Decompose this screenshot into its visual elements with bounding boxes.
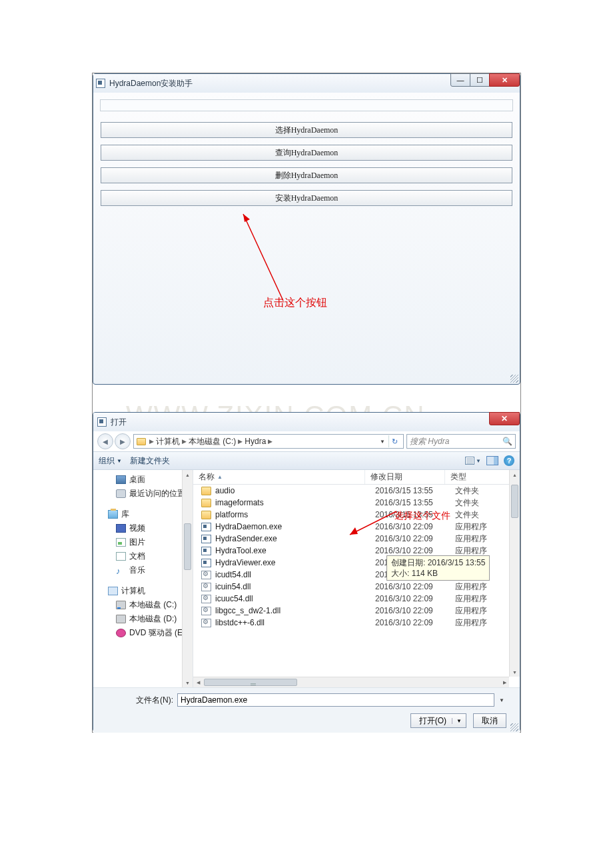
- new-folder-button[interactable]: 新建文件夹: [130, 455, 170, 467]
- exe-icon: [201, 523, 211, 531]
- file-list-pane: 名称▲ 修改日期 类型 audio2016/3/15 13:55文件夹image…: [193, 470, 520, 687]
- scroll-left-icon[interactable]: ◀: [193, 677, 203, 687]
- resize-grip-icon[interactable]: [510, 375, 518, 383]
- address-bar[interactable]: ▶ 计算机 ▶ 本地磁盘 (C:) ▶ Hydra ▶ ▼ ↻: [133, 434, 404, 449]
- file-type: 应用程序: [455, 521, 487, 533]
- sidebar-item-pictures[interactable]: 图片: [93, 535, 193, 549]
- install-hydradaemon-button[interactable]: 安装HydraDaemon: [101, 190, 512, 206]
- search-placeholder: 搜索 Hydra: [410, 436, 449, 447]
- sidebar-item-documents[interactable]: 文档: [93, 549, 193, 563]
- file-row[interactable]: HydraDaemon.exe2016/3/10 22:09应用程序: [193, 521, 520, 533]
- search-input[interactable]: 搜索 Hydra 🔍: [406, 434, 516, 449]
- sidebar-scrollbar[interactable]: ▲ ▼: [182, 470, 193, 687]
- close-button[interactable]: ✕: [489, 412, 520, 425]
- view-button[interactable]: ▼: [465, 457, 481, 465]
- scroll-thumb[interactable]: [204, 679, 297, 686]
- minimize-button[interactable]: —: [450, 73, 470, 87]
- scroll-up-icon[interactable]: ▲: [510, 470, 520, 479]
- file-date: 2016/3/10 22:09: [375, 606, 455, 615]
- file-name: imageformats: [215, 498, 375, 507]
- folder-icon: [201, 511, 211, 519]
- file-type: 应用程序: [455, 545, 487, 557]
- navigation-bar: ◄ ► ▶ 计算机 ▶ 本地磁盘 (C:) ▶ Hydra ▶ ▼ ↻ 搜索 H…: [93, 431, 520, 451]
- sidebar-item-video[interactable]: 视频: [93, 521, 193, 535]
- file-row[interactable]: imageformats2016/3/15 13:55文件夹: [193, 497, 520, 509]
- sidebar-item-recent[interactable]: 最近访问的位置: [93, 487, 193, 501]
- select-hydradaemon-button[interactable]: 选择HydraDaemon: [101, 122, 512, 138]
- computer-icon: [108, 587, 118, 595]
- open-dialog-titlebar[interactable]: 打开 ✕: [93, 413, 520, 431]
- file-tooltip: 创建日期: 2016/3/15 13:55 大小: 114 KB: [386, 555, 490, 581]
- filename-dropdown-icon[interactable]: ▼: [497, 694, 506, 706]
- resize-grip-icon[interactable]: [510, 723, 518, 731]
- search-icon: 🔍: [502, 437, 512, 446]
- sidebar-item-computer[interactable]: 计算机: [93, 584, 193, 598]
- toolbar: 组织▼ 新建文件夹 ▼ ?: [93, 451, 520, 470]
- file-name: libstdc++-6.dll: [215, 618, 375, 627]
- breadcrumb-sep-icon: ▶: [182, 438, 187, 445]
- breadcrumb-disk-c[interactable]: 本地磁盘 (C:): [189, 436, 236, 447]
- file-row[interactable]: icuin54.dll2016/3/10 22:09应用程序: [193, 581, 520, 593]
- file-row[interactable]: icuuc54.dll2016/3/10 22:09应用程序: [193, 593, 520, 605]
- breadcrumb-computer[interactable]: 计算机: [156, 436, 180, 447]
- file-vscrollbar[interactable]: ▲ ▼: [509, 470, 520, 677]
- cancel-button[interactable]: 取消: [473, 713, 506, 728]
- close-button[interactable]: ✕: [489, 73, 520, 87]
- file-type: 应用程序: [455, 533, 487, 545]
- address-dropdown-icon[interactable]: ▼: [378, 439, 387, 445]
- path-field[interactable]: [100, 99, 513, 111]
- query-hydradaemon-button[interactable]: 查询HydraDaemon: [101, 145, 512, 161]
- sidebar-item-music[interactable]: 音乐: [93, 563, 193, 577]
- file-name: platforms: [215, 510, 375, 519]
- dll-icon: [201, 619, 211, 627]
- file-row[interactable]: platforms2016/3/15 13:55文件夹: [193, 509, 520, 521]
- maximize-button[interactable]: ☐: [470, 73, 490, 87]
- file-row[interactable]: libstdc++-6.dll2016/3/10 22:09应用程序: [193, 617, 520, 629]
- file-date: 2016/3/15 13:55: [375, 486, 455, 495]
- filename-input[interactable]: HydraDaemon.exe: [177, 693, 494, 707]
- sidebar-item-library[interactable]: 库: [93, 507, 193, 521]
- breadcrumb-hydra[interactable]: Hydra: [245, 437, 266, 446]
- open-split-dropdown[interactable]: ▼: [452, 718, 466, 724]
- sidebar-item-desktop[interactable]: 桌面: [93, 473, 193, 487]
- column-name[interactable]: 名称▲: [193, 470, 365, 484]
- open-button[interactable]: 打开(O)▼: [410, 713, 466, 728]
- delete-hydradaemon-button[interactable]: 删除HydraDaemon: [101, 167, 512, 183]
- preview-pane-button[interactable]: [486, 456, 498, 465]
- scroll-thumb[interactable]: [184, 523, 191, 570]
- exe-icon: [201, 547, 211, 555]
- file-name: HydraViewer.exe: [215, 558, 375, 567]
- disk-icon: [116, 615, 126, 623]
- organize-button[interactable]: 组织▼: [99, 455, 122, 467]
- forward-button[interactable]: ►: [115, 433, 131, 449]
- folder-icon: [201, 487, 211, 495]
- app-icon: [96, 79, 105, 88]
- file-name: icudt54.dll: [215, 570, 375, 579]
- sidebar-item-disk-d[interactable]: 本地磁盘 (D:): [93, 612, 193, 626]
- file-name: audio: [215, 486, 375, 495]
- scroll-thumb[interactable]: [511, 485, 518, 518]
- scroll-down-icon[interactable]: ▼: [510, 667, 520, 677]
- help-button[interactable]: ?: [504, 455, 514, 466]
- sidebar-item-dvd[interactable]: DVD 驱动器 (E:): [93, 626, 193, 640]
- dll-icon: [201, 607, 211, 615]
- music-icon: [116, 566, 126, 575]
- file-row[interactable]: HydraSender.exe2016/3/10 22:09应用程序: [193, 533, 520, 545]
- library-icon: [108, 510, 118, 519]
- desktop-icon: [116, 475, 126, 484]
- file-name: HydraTool.exe: [215, 546, 375, 555]
- column-date[interactable]: 修改日期: [365, 470, 445, 484]
- file-row[interactable]: audio2016/3/15 13:55文件夹: [193, 485, 520, 497]
- file-row[interactable]: libgcc_s_dw2-1.dll2016/3/10 22:09应用程序: [193, 605, 520, 617]
- scroll-up-icon[interactable]: ▲: [183, 470, 193, 479]
- file-hscrollbar[interactable]: ◀ ▶: [193, 677, 509, 687]
- dll-icon: [201, 571, 211, 579]
- file-type: 应用程序: [455, 617, 487, 629]
- sidebar-item-disk-c[interactable]: 本地磁盘 (C:): [93, 598, 193, 612]
- refresh-button[interactable]: ↻: [388, 435, 400, 447]
- dvd-icon: [116, 629, 126, 637]
- installer-titlebar[interactable]: HydraDaemon安装助手 — ☐ ✕: [93, 74, 520, 93]
- scroll-down-icon[interactable]: ▼: [183, 678, 193, 687]
- back-button[interactable]: ◄: [97, 433, 113, 449]
- scroll-right-icon[interactable]: ▶: [500, 677, 509, 687]
